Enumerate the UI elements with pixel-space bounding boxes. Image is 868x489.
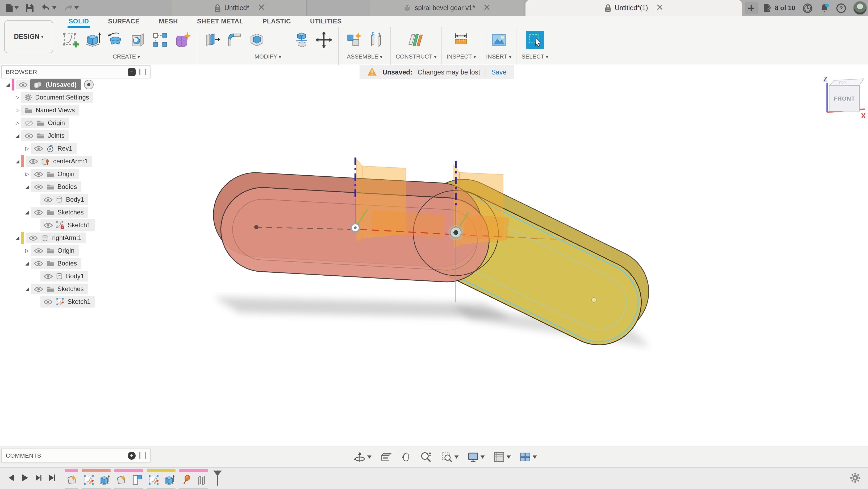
tree-item[interactable]: Sketch1 xyxy=(40,296,95,308)
tree-row[interactable]: ◢ Sketches xyxy=(1,282,161,295)
extrude-button[interactable] xyxy=(83,29,103,50)
tree-row[interactable]: ◢ Bodies xyxy=(1,180,161,193)
save-button[interactable] xyxy=(26,4,34,12)
ribbon-group-label[interactable]: SELECT xyxy=(522,53,548,60)
browser-panel-header[interactable]: BROWSER − xyxy=(1,65,151,78)
redo-button[interactable] xyxy=(63,4,79,12)
look-at-button[interactable] xyxy=(378,450,393,464)
document-tab[interactable]: Untitled* xyxy=(172,0,307,16)
ribbon-group-label[interactable]: INSPECT xyxy=(446,53,476,60)
close-icon[interactable] xyxy=(484,4,490,12)
comments-drag-handle[interactable] xyxy=(140,452,146,459)
browser-drag-handle[interactable] xyxy=(140,69,146,75)
undo-button[interactable] xyxy=(41,4,56,12)
viewports-button[interactable] xyxy=(518,450,538,464)
pattern-button[interactable] xyxy=(150,29,170,50)
tree-row[interactable]: ◢ centerArm:1 xyxy=(1,155,161,167)
tree-item[interactable]: Body1 xyxy=(40,271,88,281)
twisty-collapsed-icon[interactable]: ▷ xyxy=(14,108,21,113)
tree-item[interactable]: rightArm:1 xyxy=(26,233,86,243)
tree-item[interactable]: Rev1 xyxy=(31,143,76,154)
tree-row[interactable]: ▷ Origin xyxy=(1,117,161,129)
tree-item[interactable]: Document Settings xyxy=(21,92,93,103)
ribbon-group-label[interactable]: MODIFY xyxy=(254,53,281,60)
ribbon-tab-utilities[interactable]: UTILITIES xyxy=(309,17,343,27)
tree-item[interactable]: Sketch1 xyxy=(40,219,95,231)
tree-item[interactable]: Origin xyxy=(31,245,79,256)
tree-row[interactable]: ◢ Sketches xyxy=(1,206,161,219)
twisty-expanded-icon[interactable]: ◢ xyxy=(23,261,31,266)
measure-button[interactable] xyxy=(451,29,471,50)
twisty-collapsed-icon[interactable]: ▷ xyxy=(23,248,31,253)
close-icon[interactable] xyxy=(657,4,663,12)
twisty-collapsed-icon[interactable]: ▷ xyxy=(14,120,21,126)
orbit-button[interactable] xyxy=(352,450,373,464)
twisty-expanded-icon[interactable]: ◢ xyxy=(23,210,31,215)
timeline-settings-gear-icon[interactable] xyxy=(850,472,861,485)
ribbon-tab-plastic[interactable]: PLASTIC xyxy=(261,17,292,27)
tree-item[interactable]: Joints xyxy=(21,130,69,141)
tree-item[interactable]: Origin xyxy=(31,169,79,179)
timeline-joint-feature[interactable] xyxy=(195,473,208,487)
hole-button[interactable] xyxy=(128,29,147,50)
display-settings-button[interactable] xyxy=(466,450,486,464)
construction-planes[interactable] xyxy=(356,159,509,248)
timeline-extrude-feature[interactable] xyxy=(97,473,111,487)
document-tab[interactable]: Untitled*(1) xyxy=(525,0,742,16)
ribbon-tab-solid[interactable]: SOLID xyxy=(67,17,90,27)
new-tab-button[interactable] xyxy=(745,2,758,14)
timeline-position-marker[interactable] xyxy=(212,470,223,489)
tree-item[interactable]: Origin xyxy=(21,118,69,128)
shell-button[interactable] xyxy=(247,29,267,50)
tree-row[interactable]: ▷ Origin xyxy=(1,244,161,257)
timeline-step-back-button[interactable] xyxy=(6,473,15,482)
twisty-expanded-icon[interactable]: ◢ xyxy=(23,286,31,292)
banner-save-button[interactable]: Save xyxy=(491,68,506,76)
document-tab[interactable]: spiral bevel gear v1* xyxy=(370,0,523,16)
right-arm-body[interactable] xyxy=(399,165,663,359)
construct-plane-button[interactable] xyxy=(406,29,426,50)
tree-row[interactable]: ◢ rightArm:1 xyxy=(1,232,161,244)
tree-row[interactable]: ▷ Named Views xyxy=(1,104,161,117)
tree-item[interactable]: centerArm:1 xyxy=(26,156,92,167)
combine-button[interactable] xyxy=(269,29,289,50)
twisty-expanded-icon[interactable]: ◢ xyxy=(14,159,21,164)
pan-button[interactable] xyxy=(399,450,413,464)
twisty-expanded-icon[interactable]: ◢ xyxy=(23,184,31,189)
notifications-bell-icon[interactable] xyxy=(819,3,829,13)
split-body-button[interactable] xyxy=(291,29,311,50)
avatar[interactable] xyxy=(853,1,867,15)
comments-expand-button[interactable]: + xyxy=(128,452,135,459)
tree-row[interactable]: ▷ Rev1 xyxy=(1,142,161,155)
browser-collapse-button[interactable]: − xyxy=(128,68,135,76)
twisty-collapsed-icon[interactable]: ▷ xyxy=(23,171,31,177)
close-icon[interactable] xyxy=(258,4,264,12)
grid-button[interactable] xyxy=(492,450,512,464)
tree-item[interactable]: Body1 xyxy=(40,194,88,205)
new-component-button[interactable] xyxy=(344,29,363,50)
twisty-expanded-icon[interactable]: ◢ xyxy=(4,82,12,87)
design-workspace-switcher[interactable]: DESIGN xyxy=(4,20,53,53)
tree-item-selected[interactable]: (Unsaved) xyxy=(30,79,81,90)
press-pull-button[interactable] xyxy=(202,29,222,50)
timeline-sketch-feature[interactable] xyxy=(82,473,95,487)
revolve-button[interactable] xyxy=(105,29,125,50)
timeline-pin-feature[interactable] xyxy=(179,473,192,487)
zoom-button[interactable] xyxy=(419,450,434,464)
ribbon-tab-surface[interactable]: SURFACE xyxy=(107,17,141,27)
help-icon[interactable]: ? xyxy=(836,3,846,13)
tree-row[interactable]: ▷ Origin xyxy=(1,167,161,180)
comments-panel-header[interactable]: COMMENTS + xyxy=(1,449,151,462)
timeline-play-button[interactable] xyxy=(20,473,29,483)
tree-row[interactable]: Sketch1 xyxy=(1,219,161,232)
tree-row[interactable]: ◢ Bodies xyxy=(1,257,161,270)
fillet-button[interactable] xyxy=(224,29,244,50)
new-file-button[interactable] xyxy=(5,3,19,13)
tree-item[interactable]: Bodies xyxy=(31,181,81,192)
joint-button[interactable] xyxy=(366,29,385,50)
timeline-plane-feature[interactable] xyxy=(130,473,143,487)
form-button[interactable] xyxy=(172,29,192,50)
tree-item[interactable]: Named Views xyxy=(21,105,79,116)
center-arm-body[interactable] xyxy=(211,170,498,284)
create-sketch-button[interactable] xyxy=(61,29,80,50)
